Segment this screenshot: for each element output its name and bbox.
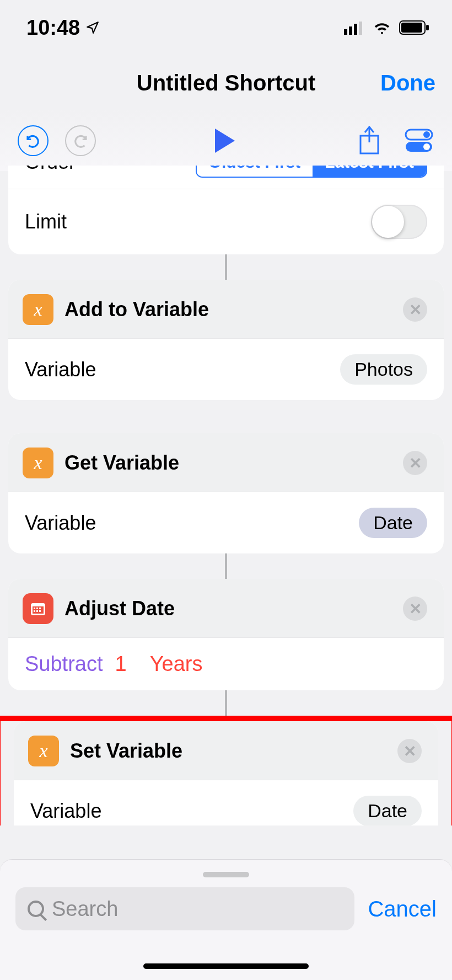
toolbar (0, 110, 452, 171)
svg-rect-19 (34, 610, 35, 612)
cancel-button[interactable]: Cancel (368, 897, 437, 922)
status-bar: 10:48 (0, 0, 452, 55)
home-indicator[interactable] (143, 963, 309, 969)
action-search-panel[interactable]: Search Cancel (0, 859, 452, 980)
limit-toggle[interactable] (371, 205, 427, 239)
param-label: Variable (25, 358, 96, 381)
toggles-icon (405, 129, 433, 153)
play-icon (215, 129, 235, 153)
action-title: Set Variable (70, 739, 386, 763)
action-card-adjust-date[interactable]: Adjust Date ✕ Subtract 1 Years (8, 579, 444, 690)
search-input[interactable]: Search (15, 887, 354, 930)
action-title: Add to Variable (64, 298, 392, 321)
svg-rect-5 (401, 23, 422, 33)
redo-button[interactable] (64, 124, 97, 157)
svg-rect-1 (349, 26, 352, 35)
drag-handle[interactable] (203, 872, 249, 877)
remove-action-button[interactable]: ✕ (403, 596, 427, 621)
svg-rect-18 (39, 608, 41, 609)
settings-button[interactable] (402, 124, 435, 157)
battery-icon (399, 16, 430, 40)
adjust-amount[interactable]: 1 (115, 652, 127, 676)
svg-rect-2 (354, 24, 357, 35)
svg-rect-3 (359, 22, 362, 35)
param-label: Variable (30, 800, 101, 823)
workflow-content[interactable]: Order Oldest First Latest First Limit x … (0, 166, 452, 825)
close-icon: ✕ (409, 454, 422, 472)
cellular-icon (344, 16, 365, 40)
close-icon: ✕ (403, 742, 416, 760)
play-button[interactable] (208, 124, 241, 157)
param-value[interactable]: Date (353, 796, 422, 825)
seg-oldest-first[interactable]: Oldest First (197, 166, 313, 177)
share-icon (357, 126, 381, 156)
adjust-operation[interactable]: Subtract (25, 652, 103, 676)
param-value[interactable]: Photos (340, 354, 427, 385)
svg-rect-0 (344, 29, 347, 35)
variable-icon: x (23, 294, 53, 325)
remove-action-button[interactable]: ✕ (403, 451, 427, 475)
svg-rect-16 (34, 608, 35, 609)
connector (8, 553, 444, 579)
share-button[interactable] (353, 124, 386, 157)
calendar-icon (23, 593, 53, 624)
adjust-unit[interactable]: Years (150, 652, 203, 676)
param-label: Variable (25, 512, 96, 535)
svg-rect-21 (39, 610, 41, 612)
status-time: 10:48 (26, 16, 80, 40)
done-button[interactable]: Done (380, 71, 435, 95)
variable-icon: x (28, 736, 59, 766)
close-icon: ✕ (409, 301, 422, 319)
svg-rect-20 (36, 610, 38, 612)
action-card-set-variable[interactable]: x Set Variable ✕ Variable Date (14, 721, 438, 825)
annotation-highlight: x Set Variable ✕ Variable Date (0, 716, 452, 825)
action-card-get-variable[interactable]: x Get Variable ✕ Variable Date (8, 433, 444, 553)
svg-rect-17 (36, 608, 38, 609)
search-placeholder: Search (52, 897, 118, 921)
seg-latest-first[interactable]: Latest First (313, 166, 426, 177)
order-segmented[interactable]: Oldest First Latest First (196, 166, 427, 178)
action-card-add-to-variable[interactable]: x Add to Variable ✕ Variable Photos (8, 280, 444, 400)
connector (8, 690, 444, 716)
svg-rect-14 (33, 606, 44, 614)
action-title: Get Variable (64, 451, 392, 475)
remove-action-button[interactable]: ✕ (397, 739, 422, 763)
nav-header: Untitled Shortcut Done (0, 55, 452, 110)
close-icon: ✕ (409, 600, 422, 618)
search-icon (28, 901, 44, 917)
page-title: Untitled Shortcut (137, 71, 315, 95)
remove-action-button[interactable]: ✕ (403, 297, 427, 322)
action-card-find-photos[interactable]: Order Oldest First Latest First Limit (8, 166, 444, 254)
svg-rect-6 (426, 25, 429, 30)
svg-point-12 (423, 143, 430, 150)
undo-button[interactable] (17, 124, 50, 157)
action-title: Adjust Date (64, 597, 392, 620)
location-icon (85, 16, 100, 40)
wifi-icon (373, 16, 391, 40)
svg-point-10 (423, 131, 430, 138)
variable-icon: x (23, 448, 53, 478)
param-value[interactable]: Date (359, 508, 427, 538)
order-label: Order (25, 166, 76, 174)
limit-label: Limit (25, 210, 67, 233)
connector (8, 254, 444, 280)
